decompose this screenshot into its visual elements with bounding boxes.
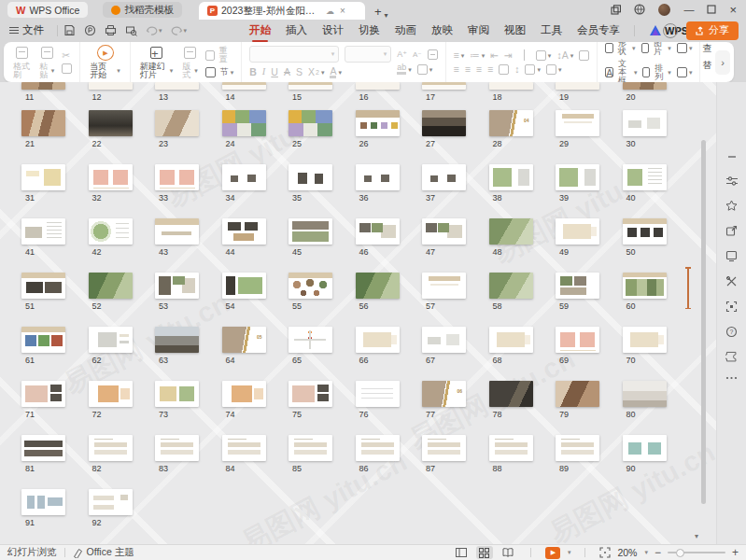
slide-thumbnail[interactable] <box>89 381 133 407</box>
slide-thumbnail[interactable] <box>623 273 667 299</box>
slide-thumbnail[interactable] <box>222 381 266 407</box>
slide-thumbnail[interactable] <box>21 82 65 90</box>
slide-thumbnail[interactable] <box>89 164 133 190</box>
textbox-button[interactable]: A 文本框▾ <box>605 60 637 82</box>
slide-thumbnail[interactable] <box>155 381 199 407</box>
slide-thumbnail[interactable] <box>21 381 65 407</box>
print-icon[interactable] <box>105 24 117 36</box>
slide-thumbnail[interactable] <box>89 218 133 245</box>
slide-thumbnail[interactable] <box>222 110 266 136</box>
slide-thumbnail[interactable] <box>89 82 133 90</box>
slide-thumbnail[interactable] <box>222 82 266 90</box>
layout-button[interactable]: 版式▾ <box>180 46 200 79</box>
slide-thumbnail[interactable] <box>89 435 133 461</box>
slide-thumbnail[interactable] <box>155 435 199 461</box>
slideshow-play-button[interactable]: ▶ <box>545 547 560 559</box>
slide-sorter-area[interactable]: 易图网 yitu.cn 易图网 yitu.cn 易图网 yitu.cn 易图网 … <box>0 82 717 544</box>
slide-thumbnail[interactable] <box>155 273 199 299</box>
font-color-button[interactable]: A▾ <box>330 66 342 79</box>
maximize-icon[interactable] <box>707 5 716 14</box>
slide-thumbnail[interactable] <box>556 110 599 136</box>
strikethrough-button[interactable]: A <box>284 67 290 77</box>
slide-thumbnail[interactable] <box>222 273 266 299</box>
collapse-icon[interactable] <box>726 151 738 162</box>
coupon-icon[interactable] <box>725 351 738 363</box>
slide-thumbnail[interactable] <box>21 164 65 190</box>
shapes-button[interactable]: 形状▾ <box>605 42 635 56</box>
ribbon-expand-button[interactable]: › <box>715 50 730 75</box>
slide-thumbnail[interactable] <box>289 164 332 190</box>
slide-thumbnail[interactable] <box>289 82 332 90</box>
settings-icon[interactable] <box>725 175 739 187</box>
tab-wps-home[interactable]: W WPS Office <box>7 2 88 18</box>
slide-thumbnail[interactable] <box>356 164 400 190</box>
slide-thumbnail[interactable] <box>356 327 400 353</box>
tab-insert[interactable]: 插入 <box>279 21 314 39</box>
slide-thumbnail[interactable] <box>422 273 466 299</box>
slide-sorter-view-button[interactable] <box>476 546 493 559</box>
slide-thumbnail[interactable] <box>489 218 533 245</box>
copy-button[interactable] <box>62 63 72 74</box>
tools-icon[interactable] <box>725 275 738 287</box>
columns-button[interactable] <box>499 64 509 75</box>
new-tab-caret-icon[interactable]: ▾ <box>385 11 388 20</box>
decrease-indent-button[interactable]: ⇤ <box>490 50 499 61</box>
slide-thumbnail[interactable] <box>489 273 533 299</box>
globe-icon[interactable] <box>634 4 645 15</box>
slide-thumbnail[interactable] <box>21 489 65 515</box>
slide-thumbnail[interactable] <box>89 489 133 515</box>
pdf-export-icon[interactable] <box>84 24 96 36</box>
slide-thumbnail[interactable] <box>356 218 400 245</box>
slide-thumbnail[interactable] <box>155 82 199 90</box>
align-objects-button[interactable]: ▾ <box>677 67 693 77</box>
slide-thumbnail[interactable]: 06 <box>422 381 466 407</box>
replace-button[interactable]: 替换 <box>702 59 711 72</box>
minimize-icon[interactable]: — <box>683 4 694 15</box>
icon-library-button[interactable]: ▾ <box>677 43 693 53</box>
service-icon[interactable]: ··· <box>663 23 678 38</box>
tab-slideshow[interactable]: 放映 <box>425 21 459 39</box>
favorites-star-icon[interactable] <box>725 200 738 212</box>
tab-home[interactable]: 开始 <box>243 21 277 39</box>
normal-view-button[interactable] <box>453 546 470 559</box>
slide-thumbnail[interactable] <box>21 218 65 245</box>
tab-close-icon[interactable]: × <box>340 6 345 16</box>
slide-thumbnail[interactable] <box>89 110 133 136</box>
bullet-list-button[interactable]: ≡▾ <box>454 50 465 61</box>
scrollbar-down-arrow[interactable]: ▾ <box>695 532 698 540</box>
share-button[interactable]: 分享 <box>686 21 739 40</box>
line-spacing-button[interactable]: ↕A▾ <box>556 50 573 61</box>
play-from-current-button[interactable]: ▶ 当页开始▾ <box>88 46 121 79</box>
tab-docer-templates[interactable]: 找稻壳模板 <box>103 2 182 18</box>
slide-thumbnail[interactable] <box>289 110 332 136</box>
slide-thumbnail[interactable] <box>222 218 266 245</box>
format-painter-button[interactable]: 格式刷 <box>11 46 32 79</box>
align-center-button[interactable]: ≡ <box>465 64 471 75</box>
reset-button[interactable]: 重置 <box>205 47 233 63</box>
slide-thumbnail[interactable] <box>422 435 466 461</box>
shadow-button[interactable]: S <box>296 67 303 77</box>
zoom-in-button[interactable]: + <box>732 547 739 558</box>
redo-icon[interactable]: ▾ <box>171 25 188 36</box>
slide-thumbnail[interactable] <box>422 82 466 90</box>
text-direction-button[interactable] <box>579 50 589 61</box>
superscript-button[interactable]: X2▾ <box>308 67 324 77</box>
bold-button[interactable]: B <box>249 67 257 77</box>
char-spacing-button[interactable]: ▾ <box>536 50 552 61</box>
slide-thumbnail[interactable] <box>556 273 599 299</box>
slide-thumbnail[interactable] <box>422 327 466 353</box>
slide-thumbnail[interactable]: 04 <box>489 110 533 136</box>
zoom-caret[interactable]: ▾ <box>644 549 648 556</box>
smartart-button[interactable]: ▾ <box>525 64 541 75</box>
tab-design[interactable]: 设计 <box>316 21 350 39</box>
increase-indent-button[interactable]: ⇥ <box>504 50 513 61</box>
slide-thumbnail[interactable] <box>556 327 599 353</box>
zoom-slider[interactable] <box>668 552 725 553</box>
slide-thumbnail[interactable] <box>289 435 332 461</box>
slide-thumbnail[interactable] <box>155 218 199 245</box>
slide-thumbnail[interactable] <box>556 164 599 190</box>
slide-thumbnail[interactable] <box>623 110 667 136</box>
slide-thumbnail[interactable] <box>623 435 667 461</box>
more-dots-icon[interactable] <box>725 376 738 380</box>
tab-active-document[interactable]: P 2023整理-郑州金阳人才公寓 ☁ × <box>199 2 365 20</box>
